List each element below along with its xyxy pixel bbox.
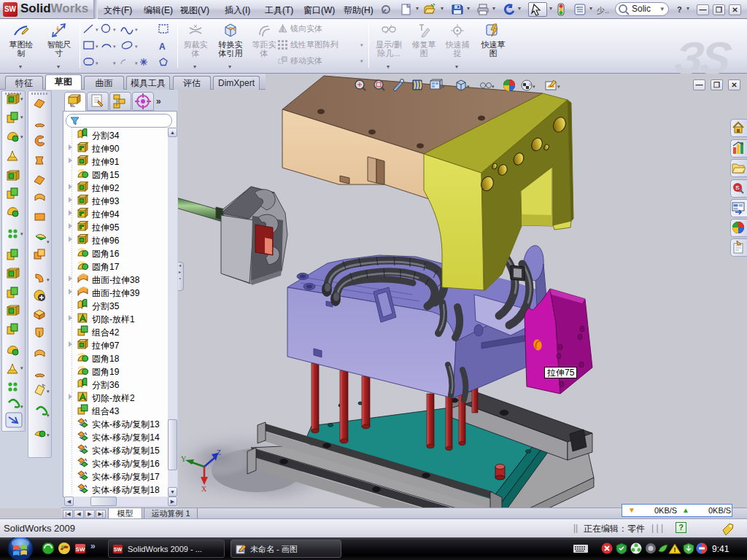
svg-text:▾: ▾: [47, 389, 50, 394]
svg-text:▾: ▾: [135, 44, 138, 49]
svg-text:!: !: [674, 546, 676, 553]
svg-text:▾: ▾: [113, 27, 116, 32]
svg-text:A: A: [159, 42, 166, 52]
svg-text:▾: ▾: [20, 96, 23, 101]
svg-text:▾: ▾: [20, 134, 23, 139]
svg-text:▾: ▾: [113, 44, 116, 49]
svg-text:Y: Y: [181, 455, 186, 463]
svg-text:SW: SW: [114, 547, 123, 552]
svg-text:Z: Z: [217, 448, 221, 456]
svg-text:▾: ▾: [135, 61, 138, 66]
svg-text:▾: ▾: [47, 239, 50, 244]
svg-text:▾: ▾: [20, 365, 23, 370]
svg-text:▾: ▾: [96, 27, 98, 32]
svg-text:X: X: [201, 485, 207, 493]
svg-text:▾: ▾: [20, 231, 23, 236]
svg-text:▾: ▾: [135, 27, 138, 32]
svg-text:▾: ▾: [47, 413, 50, 418]
svg-text:▾: ▾: [20, 404, 23, 409]
svg-text:▾: ▾: [20, 114, 23, 120]
svg-text:SW: SW: [76, 546, 85, 553]
svg-text:▾: ▾: [96, 61, 98, 66]
svg-text:▾: ▾: [113, 61, 116, 66]
svg-text:▾: ▾: [47, 277, 50, 282]
svg-text:▾: ▾: [47, 432, 50, 438]
svg-text:▾: ▾: [96, 44, 98, 49]
